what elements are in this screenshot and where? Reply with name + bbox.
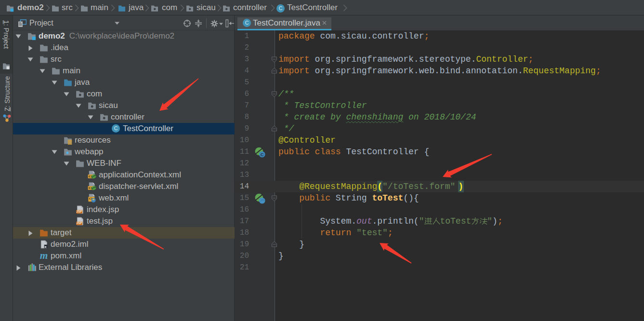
- svg-text:C: C: [261, 152, 264, 157]
